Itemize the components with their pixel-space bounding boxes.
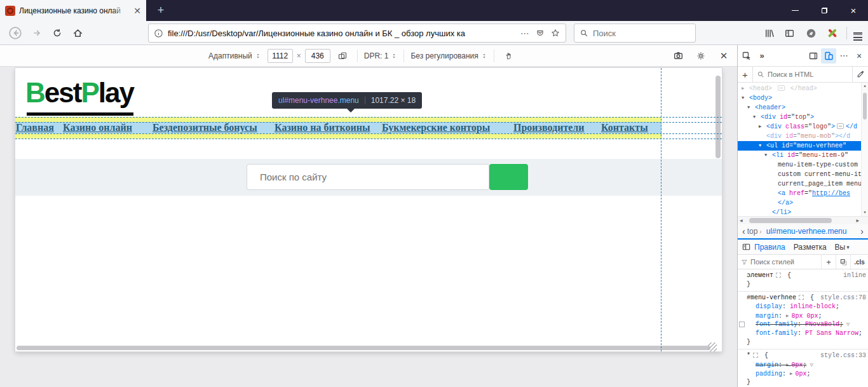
responsive-mode-button[interactable] [821, 48, 836, 64]
breadcrumb-back-icon[interactable]: ‹ [742, 226, 745, 236]
expander-icon[interactable]: ▼ [747, 103, 755, 112]
markup-tree-row[interactable]: ▼<header> [738, 103, 861, 112]
expander-icon[interactable]: ▼ [764, 151, 772, 160]
site-info-icon[interactable] [154, 29, 163, 38]
devtools-close-button[interactable]: × [851, 48, 867, 64]
search-bar[interactable] [574, 24, 696, 43]
expander-icon[interactable]: ▶ [742, 84, 749, 93]
markup-vscrollbar[interactable]: ▲ ▼ [861, 83, 868, 216]
site-search-input[interactable] [260, 172, 470, 182]
extension-gray-button[interactable] [802, 24, 820, 42]
sidebars-button[interactable] [780, 24, 798, 42]
selector-highlight-icon[interactable] [753, 353, 758, 358]
extension-x-button[interactable] [824, 24, 841, 42]
css-rule-line[interactable]: padding: ▶ 0px; [738, 369, 868, 378]
css-rule-line[interactable]: #menu-verhnee {style.css:78 [738, 294, 868, 302]
expander-icon[interactable]: ▼ [753, 112, 761, 122]
breadcrumb-item[interactable]: top [747, 227, 758, 236]
markup-tree-row[interactable]: ▼<body> [738, 93, 861, 103]
pseudo-class-button[interactable] [836, 255, 850, 269]
window-minimize-button[interactable] [780, 0, 810, 21]
tab-computed[interactable]: Вы [835, 243, 846, 252]
browser-tab[interactable]: Лицензионные казино онлай ✕ [0, 0, 146, 21]
style-filter-field[interactable] [738, 255, 821, 269]
collapsed-children-badge[interactable]: ⋯ [837, 123, 844, 129]
menu-link[interactable]: Контакты [601, 122, 648, 133]
forward-button[interactable] [28, 24, 46, 42]
viewport-hscrollbar[interactable] [17, 346, 710, 350]
markup-tree-row[interactable]: ▼<div id="top"> [738, 112, 861, 122]
overridden-filter-icon[interactable]: ▽ [810, 362, 813, 369]
markup-tree-row[interactable]: menu-item-type-custom [738, 160, 861, 170]
overridden-filter-icon[interactable]: ▽ [846, 322, 850, 328]
markup-tree-row[interactable]: ▶<head> ⋯ </head> [738, 84, 861, 93]
stylesheet-link[interactable]: style.css:78 [820, 294, 866, 302]
touch-simulation-button[interactable] [501, 48, 517, 64]
viewport-resize-handle[interactable] [708, 343, 717, 351]
breadcrumb-item-current[interactable]: ul#menu-verhnee.menu [766, 227, 847, 236]
reload-button[interactable] [48, 24, 66, 42]
css-rule-line[interactable]: font-family: PT Sans Narrow; [738, 329, 868, 338]
markup-tree-row[interactable]: </a> [738, 198, 861, 208]
dock-button[interactable] [806, 48, 821, 64]
menu-link[interactable]: Казино онлайн [63, 122, 132, 133]
pane-toggle-button[interactable] [738, 240, 754, 255]
markup-hscrollbar[interactable]: ◀ ▶ [738, 216, 868, 224]
markup-tree-row[interactable]: <a href="http://bes [738, 189, 861, 198]
dpr-selector[interactable]: DPR: 1 [364, 51, 398, 60]
css-rule-line[interactable]: } [738, 338, 868, 347]
menu-button[interactable] [849, 24, 867, 42]
menu-link[interactable]: Казино на биткоины [275, 122, 370, 133]
viewport-height-input[interactable] [305, 49, 330, 63]
home-button[interactable] [69, 24, 86, 42]
page-actions-icon[interactable]: ⋯ [520, 28, 530, 38]
selector-highlight-icon[interactable] [799, 295, 804, 300]
tab-rules[interactable]: Правила [754, 243, 785, 252]
rdm-close-button[interactable]: ✕ [715, 48, 732, 64]
eyedropper-button[interactable] [852, 67, 868, 82]
bookmark-star-icon[interactable] [550, 28, 560, 38]
css-rule-line[interactable]: display: inline-block; [738, 302, 868, 311]
expander-icon[interactable]: ▼ [742, 93, 749, 103]
css-rule-line[interactable]: } [738, 378, 868, 387]
css-rule-line[interactable]: * {style.css:33 [738, 351, 868, 360]
declaration-checkbox[interactable] [739, 322, 745, 327]
back-button[interactable] [6, 24, 24, 42]
new-tab-button[interactable]: + [153, 3, 169, 19]
tab-close-icon[interactable]: ✕ [133, 6, 141, 15]
window-close-button[interactable]: × [839, 0, 868, 21]
style-filter-input[interactable] [750, 258, 800, 266]
rdm-settings-button[interactable] [693, 48, 709, 64]
rotate-viewport-button[interactable] [334, 48, 351, 64]
menu-link[interactable]: Букмекерские конторы [382, 122, 490, 133]
selector-highlight-icon[interactable] [776, 273, 781, 278]
site-logo[interactable]: BestPlay [25, 77, 133, 109]
stylesheet-link[interactable]: inline [843, 271, 866, 280]
markup-tree-row[interactable]: ▶<div class="logo">⋯</d [738, 122, 861, 132]
markup-tree-row[interactable]: <div id="menu-mob"></d [738, 132, 861, 141]
site-search-button[interactable] [489, 164, 528, 190]
add-node-button[interactable]: + [738, 67, 753, 82]
screenshot-button[interactable] [670, 48, 686, 64]
collapsed-children-badge[interactable]: ⋯ [778, 85, 785, 91]
markup-tree-row[interactable]: ▼<li id="menu-item-9" [738, 151, 861, 160]
expander-icon[interactable]: ▼ [759, 141, 766, 151]
throttling-selector[interactable]: Без регулирования [410, 51, 487, 60]
element-picker-button[interactable] [739, 48, 754, 64]
tabs-overflow-caret-icon[interactable]: ▾ [846, 244, 850, 250]
devtools-options-button[interactable]: ⋯ [836, 48, 851, 64]
css-rule-line[interactable]: } [738, 280, 868, 289]
markup-tree-row-selected[interactable]: ▼<ul id="menu-verhnee" [738, 141, 861, 151]
markup-tree-row[interactable]: custom current-menu-it [738, 170, 861, 179]
viewport-width-input[interactable] [268, 49, 293, 63]
window-restore-button[interactable] [810, 0, 839, 21]
more-tools-chevrons[interactable]: » [754, 48, 770, 64]
stylesheet-link[interactable]: style.css:33 [820, 351, 866, 360]
class-toggle-button[interactable]: .cls [850, 255, 868, 269]
url-bar[interactable]: ⋯ [148, 24, 566, 43]
css-rule-line[interactable]: margin: ▶ 8px 0px; [738, 311, 868, 320]
css-rule-line[interactable]: margin: ▶ 0px;▽ [738, 360, 868, 369]
breadcrumb-forward-icon[interactable]: › [860, 226, 864, 236]
menu-link[interactable]: Бездепозитные бонусы [153, 122, 257, 133]
markup-search-field[interactable] [753, 67, 852, 82]
